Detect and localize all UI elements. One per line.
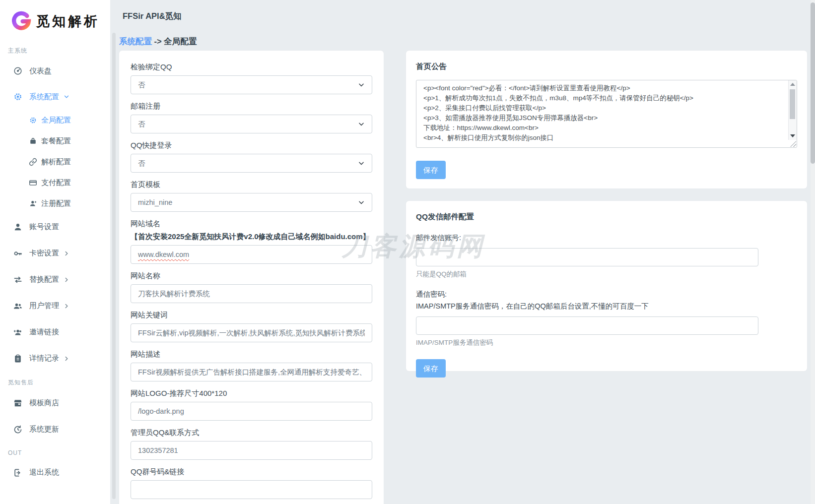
qq-mail-config-card: QQ发信邮件配置 邮件发信账号: 只能是QQ的邮箱 通信密码: IMAP/SMT… — [406, 201, 807, 371]
chevron-right-icon — [63, 276, 70, 283]
domain-input[interactable]: www.dkewl.com — [131, 245, 372, 264]
sidebar-item-parse-config[interactable]: 解析配置 — [0, 151, 110, 172]
home-template-select[interactable]: mizhi_nine — [131, 193, 372, 212]
page-scrollbar[interactable] — [811, 0, 815, 504]
sidebar-item-template-store[interactable]: 模板商店 — [0, 390, 110, 416]
sidebar-scrollbar-thumb[interactable] — [112, 33, 116, 499]
form-group-domain: 网站域名 【首次安装2025全新觅知扶风计费v2.0修改成自己域名例如baidu… — [131, 219, 372, 264]
link-icon — [29, 158, 37, 166]
form-group-site-name: 网站名称 — [131, 271, 372, 303]
global-config-card: 检验绑定QQ 否 邮箱注册 否 QQ快捷登录 否 首页模板 mizhi_nine — [119, 51, 384, 504]
store-icon — [13, 398, 23, 408]
mail-password-label: 通信密码: — [416, 290, 797, 299]
logo-path-input[interactable] — [131, 402, 372, 421]
field-label: 网站关键词 — [131, 311, 372, 319]
field-label: 网站域名 — [131, 219, 372, 228]
mail-config-title: QQ发信邮件配置 — [416, 212, 797, 222]
sidebar-item-user-management[interactable]: 用户管理 — [0, 293, 110, 319]
key-icon — [13, 249, 23, 258]
chevron-right-icon — [63, 355, 70, 362]
select-value: 否 — [138, 120, 145, 129]
textarea-scrollbar[interactable] — [788, 80, 797, 140]
field-label: 检验绑定QQ — [131, 63, 372, 71]
sidebar-item-logout[interactable]: 退出系统 — [0, 459, 110, 486]
sidebar-item-detail-records[interactable]: 详情记录 — [0, 345, 110, 372]
sidebar-item-label: 替换配置 — [29, 275, 59, 284]
mail-password-input[interactable] — [416, 316, 758, 335]
field-label: 网站描述 — [131, 350, 372, 358]
person-icon — [13, 222, 23, 232]
sidebar-item-account-settings[interactable]: 账号设置 — [0, 214, 110, 240]
form-group-description: 网站描述 — [131, 350, 372, 381]
announcement-card: 首页公告 <p><font color="red">必看：</font>请到解析… — [406, 51, 807, 189]
logo-g-icon — [11, 11, 32, 32]
breadcrumb-arrow: -> — [154, 37, 162, 46]
sidebar-item-package-config[interactable]: 套餐配置 — [0, 130, 110, 151]
email-register-select[interactable]: 否 — [131, 115, 372, 133]
description-input[interactable] — [131, 363, 372, 381]
mail-account-label: 邮件发信账号: — [416, 233, 797, 243]
sidebar-item-label: 支付配置 — [41, 178, 71, 188]
field-label: 管理员QQ&联系方式 — [131, 428, 372, 437]
breadcrumb-parent[interactable]: 系统配置 — [119, 37, 152, 46]
scroll-up-arrow-icon[interactable] — [790, 83, 795, 86]
admin-qq-input[interactable] — [131, 441, 372, 460]
breadcrumb-current: 全局配置 — [164, 37, 197, 46]
sidebar-item-system-config[interactable]: 系统配置 — [0, 84, 110, 110]
announcement-save-button[interactable]: 保存 — [416, 161, 446, 179]
sidebar-item-label: 套餐配置 — [41, 136, 71, 146]
clipboard-icon — [13, 354, 23, 364]
chevron-right-icon — [63, 303, 70, 310]
sidebar-item-global-config[interactable]: 全局配置 — [0, 110, 110, 130]
scroll-down-arrow-icon[interactable] — [790, 134, 795, 137]
sidebar-item-card-key-settings[interactable]: 卡密设置 — [0, 240, 110, 266]
qq-group-input[interactable] — [131, 480, 372, 499]
qq-bind-select[interactable]: 否 — [131, 75, 372, 94]
select-value: 否 — [138, 159, 145, 168]
sidebar-item-label: 解析配置 — [41, 157, 71, 167]
resize-grip-icon[interactable] — [790, 141, 796, 147]
sidebar-item-label: 退出系统 — [29, 468, 59, 477]
field-label: 网站名称 — [131, 271, 372, 280]
form-group-home-template: 首页模板 mizhi_nine — [131, 180, 372, 212]
announcement-content: <p><font color="red">必看：</font>请到解析设置里查看… — [416, 80, 789, 147]
sidebar-item-label: 注册配置 — [41, 199, 71, 208]
credit-card-icon — [29, 179, 37, 187]
page-scrollbar-thumb[interactable] — [811, 2, 815, 164]
logo[interactable]: 觅知解析 — [0, 0, 110, 35]
sidebar-section-support: 觅知售后 — [0, 378, 110, 387]
sidebar-item-invite-link[interactable]: 邀请链接 — [0, 319, 110, 345]
scrollbar-thumb[interactable] — [790, 89, 795, 119]
mail-account-help: 只能是QQ的邮箱 — [416, 270, 797, 279]
sidebar-item-payment-config[interactable]: 支付配置 — [0, 172, 110, 193]
announcement-textarea[interactable]: <p><font color="red">必看：</font>请到解析设置里查看… — [416, 80, 797, 148]
sidebar-item-label: 模板商店 — [29, 398, 59, 408]
chevron-down-icon — [358, 81, 365, 88]
keywords-input[interactable] — [131, 323, 372, 342]
sidebar-item-register-config[interactable]: 注册配置 — [0, 193, 110, 214]
site-name-input[interactable] — [131, 284, 372, 303]
mail-account-input[interactable] — [416, 248, 758, 266]
person-add-icon — [29, 199, 37, 208]
sidebar-item-label: 用户管理 — [29, 301, 59, 311]
form-group-qq-bind: 检验绑定QQ 否 — [131, 63, 372, 94]
qq-quick-login-select[interactable]: 否 — [131, 154, 372, 173]
gauge-icon — [13, 66, 23, 76]
sidebar-section-out: OUT — [0, 449, 110, 456]
breadcrumb: 系统配置 -> 全局配置 — [119, 36, 197, 47]
sidebar-item-dashboard[interactable]: 仪表盘 — [0, 58, 110, 84]
bag-icon — [29, 137, 37, 145]
swap-arrows-icon — [13, 275, 23, 285]
page-title: FFSir API&觅知 — [123, 11, 182, 22]
form-group-admin-qq: 管理员QQ&联系方式 — [131, 428, 372, 460]
sidebar-item-system-update[interactable]: 系统更新 — [0, 416, 110, 442]
form-group-qq-quick-login: QQ快捷登录 否 — [131, 141, 372, 173]
gear-icon — [29, 116, 37, 125]
sidebar-item-label: 全局配置 — [41, 116, 71, 125]
field-label: QQ快捷登录 — [131, 141, 372, 149]
chevron-down-icon — [358, 121, 365, 127]
sidebar-item-replace-config[interactable]: 替换配置 — [0, 266, 110, 293]
domain-value: www.dkewl.com — [138, 251, 189, 258]
field-label: 首页模板 — [131, 180, 372, 189]
mail-save-button[interactable]: 保存 — [416, 359, 446, 378]
